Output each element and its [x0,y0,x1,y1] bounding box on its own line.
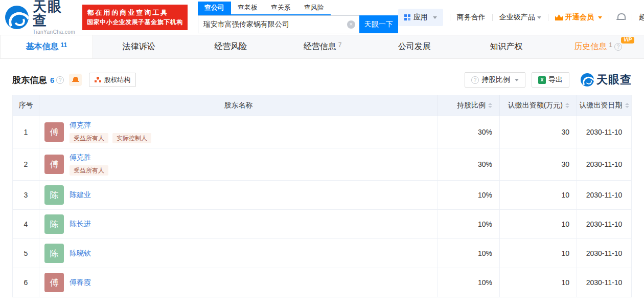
nav-open-vip[interactable]: 开通会员 [555,13,602,22]
help-icon[interactable] [56,76,64,84]
shareholder-tag: 受益所有人 [70,133,108,144]
tag-list: 受益所有人 [70,165,108,176]
tianyancha-logo-icon [5,6,29,29]
tab-history-info[interactable]: VIP 历史信息 1 [552,35,644,58]
search-input[interactable] [203,20,347,29]
table-row: 3 陈 陈建业 10% 10 2030-11-10 [13,180,631,209]
col-header-amount[interactable]: 认缴出资额(万元) [500,101,577,110]
help-icon [471,76,479,84]
shareholder-link[interactable]: 陈晓钦 [70,249,91,258]
ratio-cell: 10% [438,210,499,238]
tianyancha-logo[interactable]: 天眼查 TianYanCha.com [5,0,75,35]
table-row: 6 傅 傅春霞 10% 10 2030-11-10 [13,268,631,297]
table-row: 2 傅 傅克胜 受益所有人 30% 30 2030-11-10 [13,148,631,180]
tab-basic-info[interactable]: 基本信息 11 [0,35,93,58]
col-header-label: 持股比例 [457,101,486,110]
nav-business-cooperation[interactable]: 商务合作 [457,13,486,22]
nav-super-risk[interactable]: 超级风... [639,13,644,22]
export-button[interactable]: 导出 [532,72,569,88]
ratio-cell: 10% [438,268,499,297]
tab-count: 11 [61,41,67,49]
sort-icon[interactable] [565,103,569,108]
super-risk-label: 超级风... [639,13,644,22]
tab-intellectual-property[interactable]: 知识产权 [461,35,553,58]
table-row: 4 陈 陈长进 10% 10 2030-11-10 [13,209,631,238]
shareholder-link[interactable]: 傅春霞 [70,278,91,287]
avatar: 陈 [44,185,64,205]
tab-label: 公司发展 [398,41,431,52]
shareholder-link[interactable]: 陈建业 [70,190,91,200]
apps-grid-icon [404,14,410,20]
divider [609,14,609,21]
shareholder-cell: 陈 陈建业 [39,181,438,209]
org-chart-icon [95,77,101,83]
search-button[interactable]: 天眼一下 [359,15,398,33]
divider [632,14,632,21]
table-header-row: 序号 股东名称 持股比例 认缴出资额(万元) 认缴出资日期 [13,95,631,116]
watermark-logo: 天眼查 [581,72,632,88]
search-tab-company[interactable]: 查公司 [198,2,231,14]
tab-label: 知识产权 [490,41,522,52]
chevron-down-icon [537,16,541,19]
tab-operating-risk[interactable]: 经营风险 [185,35,277,58]
col-header-name: 股东名称 [39,101,438,110]
search-tab-risk[interactable]: 查风险 [297,2,331,14]
row-index: 2 [13,148,39,180]
sort-icon[interactable] [625,103,629,108]
date-cell: 2030-11-10 [577,268,631,297]
avatar: 傅 [44,155,64,174]
tab-legal-litigation[interactable]: 法律诉讼 [93,35,185,58]
ratio-cell: 10% [438,239,499,268]
shareholder-tag: 受益所有人 [70,165,108,176]
shareholder-link[interactable]: 傅克萍 [70,121,151,130]
date-cell: 2030-11-10 [577,148,631,180]
avatar: 陈 [44,214,64,234]
row-index: 1 [13,116,39,148]
sort-icon[interactable] [488,103,492,108]
shareholder-link[interactable]: 陈长进 [70,220,91,229]
tab-count: 7 [338,41,342,49]
shareholder-tag: 实际控制人 [112,133,151,144]
shareholder-cell: 陈 陈长进 [39,210,438,238]
col-header-date[interactable]: 认缴出资日期 [577,101,631,110]
subscribe-bell-button[interactable] [69,74,82,86]
nav-enterprise-products[interactable]: 企业级产品 [499,13,541,22]
tab-count: 1 [609,41,612,49]
shareholder-cell: 傅 傅克萍 受益所有人实际控制人 [39,116,438,148]
help-icon[interactable] [614,43,622,51]
divider [548,14,548,21]
tab-label: 基本信息 [26,41,59,52]
tab-operating-info[interactable]: 经营信息 7 [277,35,369,58]
clear-icon[interactable] [347,20,355,29]
divider [450,14,450,21]
notification-bell-icon[interactable] [616,13,625,22]
apps-menu[interactable]: 应用 [398,9,443,26]
holding-ratio-button[interactable]: 持股比例 [465,72,525,88]
amount-cell: 10 [500,239,577,268]
search-tabs: 查公司 查老板 查关系 查风险 [198,2,331,15]
promo-line-1: 都在用的商业查询工具 [87,8,183,18]
col-header-ratio[interactable]: 持股比例 [438,101,499,110]
tab-label: 经营信息 [304,41,336,52]
ratio-cell: 30% [438,116,499,148]
avatar: 傅 [44,122,64,142]
company-tab-bar: 基本信息 11 法律诉讼 经营风险 经营信息 7 公司发展 知识产权 VIP 历… [0,35,644,59]
table-row: 1 傅 傅克萍 受益所有人实际控制人 30% 30 2030-11-10 [13,116,631,148]
shareholder-link[interactable]: 傅克胜 [70,153,108,162]
equity-structure-button[interactable]: 股权结构 [89,73,136,87]
shareholder-cell: 陈 陈晓钦 [39,239,438,268]
search-tab-boss[interactable]: 查老板 [231,2,264,14]
apps-label: 应用 [413,13,428,22]
amount-cell: 30 [500,148,577,180]
tab-label: 法律诉讼 [123,41,155,52]
amount-cell: 10 [500,268,577,297]
section-count: 6 [50,76,54,84]
tab-label: 历史信息 [574,41,607,52]
promo-line-2: 国家中小企业发展子基金旗下机构 [87,18,183,27]
tab-company-development[interactable]: 公司发展 [369,35,461,58]
row-index: 4 [13,210,39,238]
search-tab-relation[interactable]: 查关系 [264,2,297,14]
date-cell: 2030-11-10 [577,181,631,209]
col-header-index: 序号 [13,101,39,110]
row-index: 6 [13,268,39,297]
